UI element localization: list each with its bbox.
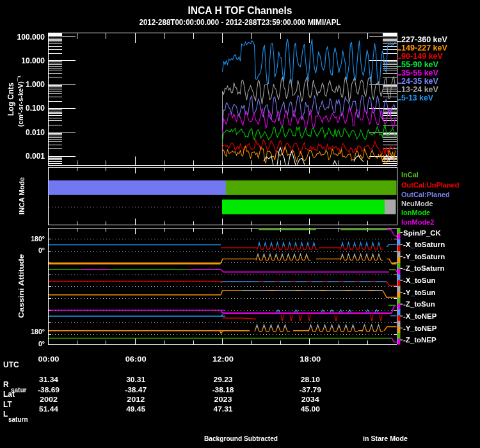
svg-text:55-90 keV: 55-90 keV: [401, 60, 438, 69]
svg-text:1.000: 1.000: [26, 80, 45, 89]
svg-text:IonMode: IonMode: [401, 209, 430, 216]
svg-text:in Stare Mode: in Stare Mode: [363, 435, 408, 442]
svg-text:-38.47: -38.47: [125, 386, 147, 394]
svg-text:149-227 keV: 149-227 keV: [401, 44, 447, 52]
svg-text:Cassini Attitude: Cassini Attitude: [17, 254, 25, 318]
svg-text:90-149 keV: 90-149 keV: [401, 52, 443, 61]
svg-text:-38.18: -38.18: [212, 386, 235, 394]
svg-text:NeuMode: NeuMode: [401, 200, 433, 207]
svg-text:-Z_toNEP: -Z_toNEP: [403, 336, 436, 344]
svg-text:saturn: saturn: [8, 416, 28, 423]
svg-text:Log Cnts: Log Cnts: [6, 83, 15, 116]
svg-text:227-360 keV: 227-360 keV: [401, 35, 447, 44]
svg-text:0.001: 0.001: [26, 152, 45, 161]
svg-text:0.100: 0.100: [26, 104, 45, 113]
svg-text:18:00: 18:00: [300, 355, 321, 363]
svg-text:2012: 2012: [127, 396, 145, 403]
svg-text:-Z_toSaturn: -Z_toSaturn: [403, 264, 445, 272]
svg-text:0.010: 0.010: [26, 128, 45, 137]
svg-text:30.31: 30.31: [126, 376, 146, 383]
svg-text:31.34: 31.34: [39, 376, 59, 383]
svg-text:12:00: 12:00: [212, 355, 234, 363]
svg-text:2002: 2002: [40, 396, 58, 403]
svg-text:2012-288T00:00:00.000 - 2012-2: 2012-288T00:00:00.000 - 2012-288T23:59:0…: [140, 18, 341, 27]
svg-text:06:00: 06:00: [125, 355, 147, 363]
svg-text:-Y_toSaturn: -Y_toSaturn: [403, 253, 445, 260]
svg-text:L: L: [3, 410, 8, 419]
svg-text:45.00: 45.00: [301, 405, 320, 413]
svg-text:-Z_toSun: -Z_toSun: [403, 300, 435, 308]
svg-text:0°: 0°: [38, 340, 45, 348]
svg-text:2034: 2034: [301, 396, 320, 403]
svg-text:35-55 keV: 35-55 keV: [401, 68, 438, 77]
svg-text:10.000: 10.000: [21, 56, 45, 65]
svg-text:InCal: InCal: [401, 171, 419, 179]
svg-text:IonMode2: IonMode2: [401, 218, 434, 226]
svg-text:2023: 2023: [214, 396, 232, 403]
svg-text:47.31: 47.31: [214, 405, 234, 413]
svg-text:INCA Mode: INCA Mode: [18, 177, 26, 214]
svg-text:Lat: Lat: [3, 390, 15, 399]
svg-text:51.44: 51.44: [39, 405, 59, 413]
svg-text:00:00: 00:00: [38, 355, 60, 363]
svg-text:LT: LT: [3, 400, 12, 409]
svg-text:-X_toSaturn: -X_toSaturn: [403, 241, 445, 248]
svg-text:13-24 keV: 13-24 keV: [401, 85, 438, 94]
svg-text:UTC: UTC: [3, 360, 19, 369]
svg-text:-Y_toNEP: -Y_toNEP: [403, 324, 437, 332]
svg-text:100.000: 100.000: [17, 33, 45, 42]
svg-text:180°: 180°: [31, 235, 45, 243]
svg-text:(cm²-sr-s-keV)¯¹: (cm²-sr-s-keV)¯¹: [17, 76, 24, 127]
svg-text:-38.69: -38.69: [38, 386, 60, 394]
svg-text:29.23: 29.23: [214, 376, 233, 383]
svg-text:24-35 keV: 24-35 keV: [401, 77, 438, 86]
svg-text:-37.79: -37.79: [300, 386, 321, 394]
svg-text:5-13 keV: 5-13 keV: [401, 93, 433, 102]
svg-text:28.10: 28.10: [301, 376, 320, 383]
svg-text:-X_toNEP: -X_toNEP: [403, 312, 437, 320]
svg-text:180°: 180°: [31, 328, 45, 335]
svg-text:0°: 0°: [38, 246, 45, 254]
svg-text:OutCal:UnPlaned: OutCal:UnPlaned: [401, 181, 459, 189]
svg-text:Background Subtracted: Background Subtracted: [204, 435, 278, 442]
svg-text:OutCal:Planed: OutCal:Planed: [401, 191, 450, 198]
svg-text:R: R: [3, 380, 9, 389]
svg-text:Spin/P_CK: Spin/P_CK: [403, 229, 441, 237]
svg-text:INCA H TOF Channels: INCA H TOF Channels: [188, 4, 292, 17]
svg-text:49.45: 49.45: [126, 405, 146, 413]
svg-text:-X_toSun: -X_toSun: [403, 276, 435, 284]
svg-text:-Y_toSun: -Y_toSun: [403, 289, 435, 296]
